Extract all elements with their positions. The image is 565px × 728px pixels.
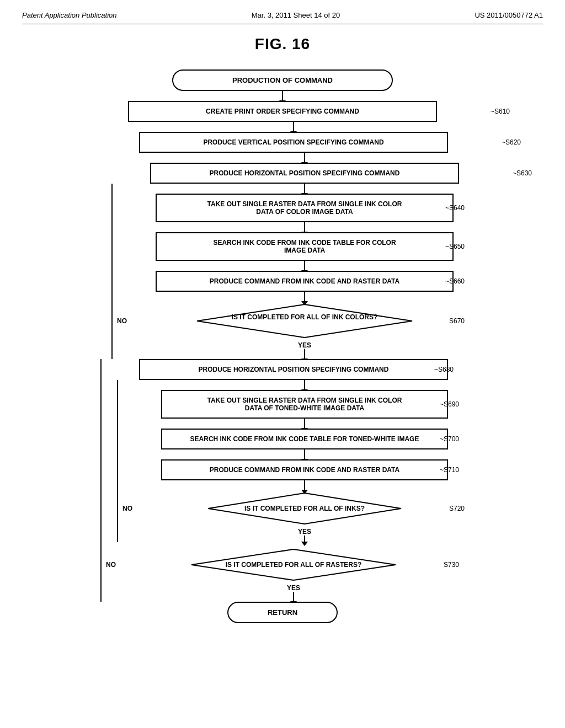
s670-no-label: NO bbox=[117, 317, 127, 325]
step-s730-diamond: IS IT COMPLETED FOR ALL OF RASTERS? bbox=[189, 547, 398, 583]
arrow-10 bbox=[304, 449, 305, 459]
loop-section-inner: TAKE OUT SINGLE RASTER DATA FROM SINGLE … bbox=[117, 380, 492, 542]
step-s630-label: ~S630 bbox=[513, 169, 532, 177]
step-s610: CREATE PRINT ORDER SPECIFYING COMMAND bbox=[128, 101, 437, 122]
arrow-7 bbox=[304, 349, 305, 359]
s670-yes-area: YES bbox=[298, 340, 311, 359]
step-s710: PRODUCE COMMAND FROM INK CODE AND RASTER… bbox=[161, 459, 448, 480]
page: Patent Application Publication Mar. 3, 2… bbox=[0, 0, 565, 728]
step-s720-label: S720 bbox=[449, 505, 465, 512]
figure-title: FIG. 16 bbox=[22, 35, 543, 53]
svg-text:IS IT COMPLETED FOR ALL OF INK: IS IT COMPLETED FOR ALL OF INKS? bbox=[244, 505, 365, 512]
s730-no-label: NO bbox=[106, 561, 116, 569]
arrow-1 bbox=[282, 91, 283, 101]
svg-marker-0 bbox=[197, 304, 412, 338]
svg-text:IS IT COMPLETED FOR ALL OF INK: IS IT COMPLETED FOR ALL OF INK COLORS? bbox=[232, 313, 378, 321]
s670-yes-label: YES bbox=[298, 341, 311, 349]
step-s700-text: SEARCH INK CODE FROM INK CODE TABLE FOR … bbox=[190, 435, 419, 443]
step-s700-row: SEARCH INK CODE FROM INK CODE TABLE FOR … bbox=[117, 429, 492, 449]
step-s710-row: PRODUCE COMMAND FROM INK CODE AND RASTER… bbox=[117, 459, 492, 480]
step-s720-row: NO IS IT COMPLETED FOR ALL OF INKS? S720 bbox=[117, 490, 492, 527]
loop-section-2: PRODUCE HORIZONTAL POSITION SPECIFYING C… bbox=[100, 359, 487, 602]
start-node-row: PRODUCTION OF COMMAND bbox=[22, 69, 543, 91]
start-node: PRODUCTION OF COMMAND bbox=[172, 69, 393, 91]
step-s620-row: PRODUCE VERTICAL POSITION SPECIFYING COM… bbox=[33, 132, 554, 153]
step-s610-label: ~S610 bbox=[491, 108, 510, 115]
step-s660-label: ~S660 bbox=[445, 277, 465, 285]
arrow-11 bbox=[304, 480, 305, 490]
step-s700: SEARCH INK CODE FROM INK CODE TABLE FOR … bbox=[161, 429, 448, 449]
indent-arrow-2 bbox=[293, 122, 294, 132]
step-s640-row: TAKE OUT SINGLE RASTER DATA FROM SINGLE … bbox=[111, 194, 498, 222]
step-s730-row: NO IS IT COMPLETED FOR ALL OF RASTERS? S… bbox=[100, 547, 487, 583]
arrow-12 bbox=[304, 536, 305, 542]
arrow-13 bbox=[293, 592, 294, 602]
arrow-3 bbox=[304, 184, 305, 194]
step-s650: SEARCH INK CODE FROM INK CODE TABLE FOR … bbox=[156, 232, 454, 261]
arrow-4 bbox=[304, 222, 305, 232]
end-node-row: RETURN bbox=[22, 602, 543, 623]
s720-yes-area: YES bbox=[298, 528, 311, 536]
step-s650-label: ~S650 bbox=[445, 243, 465, 250]
step-s650-row: SEARCH INK CODE FROM INK CODE TABLE FOR … bbox=[111, 232, 498, 261]
step-s680: PRODUCE HORIZONTAL POSITION SPECIFYING C… bbox=[139, 359, 448, 380]
step-s610-row: CREATE PRINT ORDER SPECIFYING COMMAND ~S… bbox=[22, 101, 543, 122]
indent-arrow-3 bbox=[304, 153, 305, 163]
header-publication: Patent Application Publication bbox=[22, 11, 117, 19]
step-s640-text: TAKE OUT SINGLE RASTER DATA FROM SINGLE … bbox=[207, 200, 402, 216]
s720-no-label: NO bbox=[122, 505, 132, 512]
step-s650-text: SEARCH INK CODE FROM INK CODE TABLE FOR … bbox=[213, 239, 396, 254]
arrow-5 bbox=[304, 261, 305, 271]
arrow-6 bbox=[304, 292, 305, 302]
flowchart: PRODUCTION OF COMMAND CREATE PRINT ORDER… bbox=[22, 69, 543, 623]
header-patent-number: US 2011/0050772 A1 bbox=[475, 11, 543, 19]
step-s680-row: PRODUCE HORIZONTAL POSITION SPECIFYING C… bbox=[100, 359, 487, 380]
s730-yes-area: YES bbox=[287, 584, 300, 592]
loop-section-1: TAKE OUT SINGLE RASTER DATA FROM SINGLE … bbox=[111, 184, 498, 359]
arrow-9 bbox=[304, 419, 305, 429]
step-s630: PRODUCE HORIZONTAL POSITION SPECIFYING C… bbox=[150, 163, 459, 184]
step-s630-row: PRODUCE HORIZONTAL POSITION SPECIFYING C… bbox=[44, 163, 565, 184]
step-s700-label: ~S700 bbox=[440, 435, 459, 443]
arrow-8 bbox=[304, 380, 305, 390]
s730-yes-label: YES bbox=[287, 584, 300, 592]
step-s620: PRODUCE VERTICAL POSITION SPECIFYING COM… bbox=[139, 132, 448, 153]
step-s690-text: TAKE OUT SINGLE RASTER DATA FROM SINGLE … bbox=[207, 397, 402, 412]
end-node: RETURN bbox=[227, 602, 338, 623]
page-header: Patent Application Publication Mar. 3, 2… bbox=[22, 11, 543, 24]
step-s620-label: ~S620 bbox=[502, 138, 521, 146]
header-date-sheet: Mar. 3, 2011 Sheet 14 of 20 bbox=[252, 11, 340, 19]
step-s690: TAKE OUT SINGLE RASTER DATA FROM SINGLE … bbox=[161, 390, 448, 419]
svg-text:IS IT COMPLETED FOR ALL OF RAS: IS IT COMPLETED FOR ALL OF RASTERS? bbox=[226, 561, 362, 569]
step-s730-label: S730 bbox=[444, 561, 459, 569]
step-s660-row: PRODUCE COMMAND FROM INK CODE AND RASTER… bbox=[111, 271, 498, 292]
step-s640-label: ~S640 bbox=[445, 204, 465, 212]
step-s670-label: S670 bbox=[449, 317, 465, 325]
step-s690-row: TAKE OUT SINGLE RASTER DATA FROM SINGLE … bbox=[117, 390, 492, 419]
step-s660: PRODUCE COMMAND FROM INK CODE AND RASTER… bbox=[156, 271, 454, 292]
step-s640: TAKE OUT SINGLE RASTER DATA FROM SINGLE … bbox=[156, 194, 454, 222]
step-s670-row: NO IS IT COMPLETED FOR ALL OF INK COLORS… bbox=[111, 302, 498, 340]
s720-yes-label: YES bbox=[298, 528, 311, 536]
step-s690-label: ~S690 bbox=[440, 400, 459, 408]
step-s680-label: ~S680 bbox=[434, 366, 454, 373]
step-s710-label: ~S710 bbox=[440, 466, 459, 474]
step-s670-diamond: IS IT COMPLETED FOR ALL OF INK COLORS? bbox=[194, 302, 415, 340]
step-s720-diamond: IS IT COMPLETED FOR ALL OF INKS? bbox=[205, 490, 404, 527]
